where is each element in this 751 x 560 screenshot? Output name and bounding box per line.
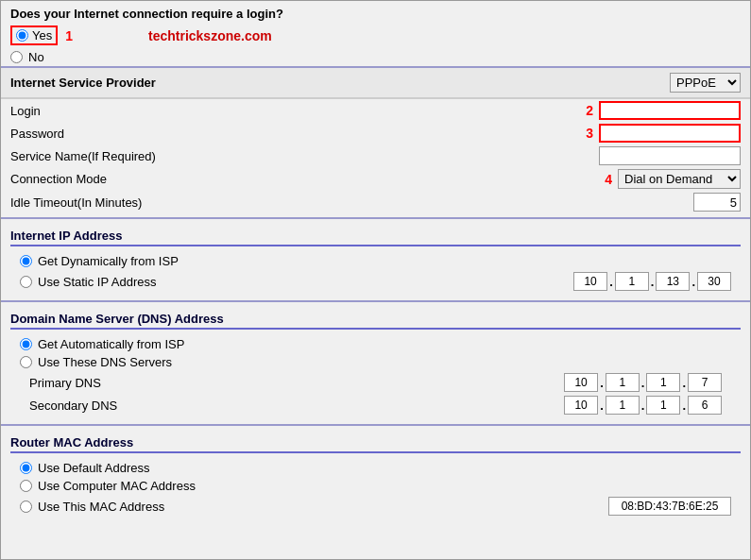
- primary-dns-b[interactable]: [606, 373, 640, 392]
- use-static-label: Use Static IP Address: [38, 275, 157, 289]
- get-dynamic-label: Get Dynamically from ISP: [38, 254, 179, 268]
- no-radio[interactable]: [10, 51, 23, 63]
- connection-mode-select[interactable]: Dial on Demand Always On Manual: [618, 169, 741, 189]
- secondary-dns-a[interactable]: [564, 396, 598, 415]
- connection-mode-label: Connection Mode: [10, 172, 605, 186]
- use-this-label: Use This MAC Address: [38, 500, 164, 514]
- service-name-input[interactable]: [599, 146, 741, 165]
- number-3: 3: [586, 126, 593, 141]
- use-this-mac-radio[interactable]: [20, 501, 32, 513]
- isp-label: Internet Service Provider: [10, 76, 670, 90]
- primary-dns-label: Primary DNS: [29, 376, 564, 390]
- static-ip-a[interactable]: [573, 272, 607, 291]
- yes-option[interactable]: Yes: [10, 25, 58, 45]
- secondary-dns-label: Secondary DNS: [29, 399, 564, 413]
- internet-ip-header: Internet IP Address: [10, 229, 122, 243]
- get-dynamic-radio[interactable]: [20, 255, 32, 267]
- idle-timeout-input[interactable]: [693, 193, 741, 212]
- number-4: 4: [605, 172, 612, 187]
- yes-label: Yes: [32, 28, 52, 42]
- mac-input[interactable]: [608, 497, 731, 516]
- login-question: Does your Internet connection require a …: [10, 7, 283, 21]
- get-auto-dns-radio[interactable]: [20, 338, 32, 350]
- use-default-radio[interactable]: [20, 462, 32, 474]
- number-2: 2: [586, 103, 593, 118]
- password-input[interactable]: [599, 124, 741, 143]
- use-these-dns-label: Use These DNS Servers: [38, 355, 172, 369]
- primary-dns-c[interactable]: [646, 373, 680, 392]
- login-label: Login: [10, 104, 586, 118]
- idle-timeout-label: Idle Timeout(In Minutes): [10, 195, 693, 210]
- use-static-radio[interactable]: [20, 276, 32, 288]
- secondary-dns-d[interactable]: [688, 396, 722, 415]
- login-input[interactable]: [599, 101, 741, 120]
- service-name-label: Service Name(If Required): [10, 149, 599, 163]
- watermark: techtrickszone.com: [148, 28, 272, 43]
- static-ip-b[interactable]: [615, 272, 649, 291]
- use-these-dns-radio[interactable]: [20, 356, 32, 368]
- isp-select[interactable]: PPPoE DHCP Static IP: [670, 73, 741, 93]
- yes-radio[interactable]: [16, 29, 28, 42]
- static-ip-c[interactable]: [656, 272, 690, 291]
- primary-dns-d[interactable]: [688, 373, 722, 392]
- dns-header: Domain Name Server (DNS) Address: [10, 312, 224, 326]
- use-default-label: Use Default Address: [38, 461, 150, 475]
- mac-header: Router MAC Address: [10, 435, 133, 450]
- no-label: No: [28, 50, 44, 64]
- static-ip-d[interactable]: [697, 272, 731, 291]
- primary-dns-a[interactable]: [564, 373, 598, 392]
- number-1: 1: [65, 28, 73, 43]
- password-label: Password: [10, 127, 586, 141]
- use-computer-label: Use Computer MAC Address: [38, 479, 196, 493]
- use-computer-radio[interactable]: [20, 480, 32, 492]
- secondary-dns-b[interactable]: [606, 396, 640, 415]
- secondary-dns-c[interactable]: [646, 396, 680, 415]
- get-auto-dns-label: Get Automatically from ISP: [38, 337, 184, 351]
